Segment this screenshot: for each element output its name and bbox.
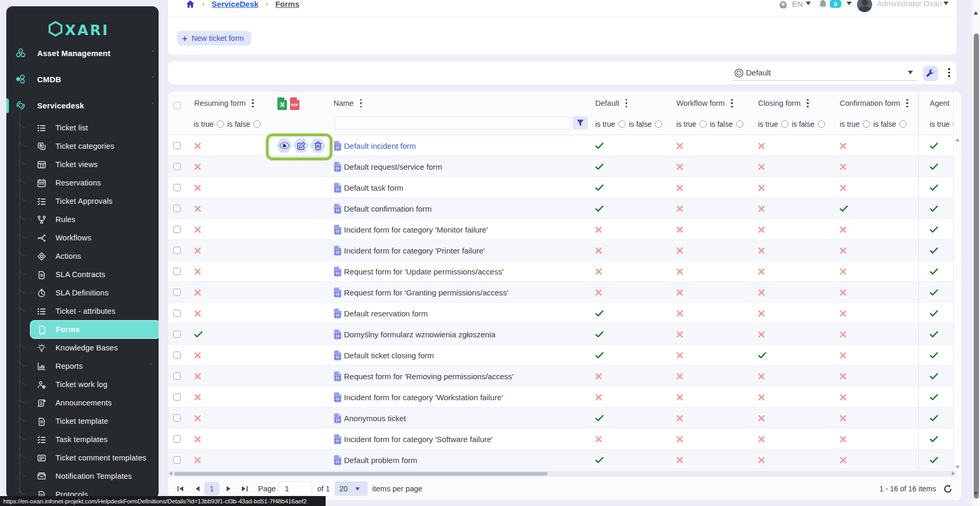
sidebar-item-ticket-comment-templates[interactable]: Ticket comment templates [30, 449, 159, 467]
grid-row[interactable]: Incident form for category 'Workstation … [168, 387, 953, 408]
sidebar-item-reports[interactable]: Reportsˇ [30, 357, 159, 375]
sidebar-item-knowledge-bases[interactable]: Knowledge Bases [30, 339, 159, 357]
filter-is-false-radio[interactable] [655, 120, 662, 128]
column-menu-icon[interactable] [252, 99, 253, 107]
horizontal-scroll-thumb[interactable] [174, 472, 548, 476]
row-checkbox[interactable] [173, 331, 181, 338]
row-checkbox[interactable] [173, 372, 181, 380]
browser-scroll-up-icon[interactable] [974, 2, 978, 12]
grid-row[interactable]: Default reservation form [168, 303, 953, 324]
column-menu-icon[interactable] [731, 99, 732, 107]
sidebar-item-sla-contracts[interactable]: SLA Contracts [30, 266, 159, 283]
view-selector[interactable]: Default [732, 65, 918, 81]
grid-row[interactable]: Default ticket closing form [168, 345, 953, 366]
grid-vertical-scrollbar[interactable] [953, 92, 961, 470]
form-name-link[interactable]: Default ticket closing form [344, 351, 434, 360]
grid-row[interactable]: Default incident form [168, 135, 953, 156]
row-delete-button[interactable] [310, 139, 326, 153]
pager-previous-button[interactable] [190, 481, 205, 497]
filter-is-false-radio[interactable] [899, 120, 907, 128]
grid-row[interactable]: Default task form [168, 177, 953, 198]
form-name-link[interactable]: Request form for 'Granting permissions/a… [344, 288, 508, 297]
form-name-link[interactable]: Default incident form [344, 141, 416, 150]
scroll-left-icon[interactable] [169, 471, 172, 476]
form-name-link[interactable]: Incident form for category 'Software fai… [344, 435, 493, 444]
sidebar-item-ticket-list[interactable]: Ticket list [30, 119, 159, 137]
toolbar-kebab-menu[interactable] [948, 68, 950, 77]
row-checkbox[interactable] [173, 289, 181, 296]
sidebar-item-rules[interactable]: Rules [30, 211, 159, 228]
form-name-link[interactable]: Anonymous ticket [344, 414, 406, 423]
sidebar-item-notification-templates[interactable]: Notification Templates [30, 467, 159, 485]
row-checkbox[interactable] [173, 435, 181, 443]
scroll-up-icon[interactable] [955, 138, 960, 141]
column-menu-icon[interactable] [626, 99, 627, 107]
column-header-name[interactable]: Name [333, 99, 362, 107]
row-view-button[interactable] [276, 139, 292, 153]
grid-row[interactable]: Incident form for category 'Software fai… [168, 428, 953, 449]
filter-is-true-radio[interactable] [217, 120, 224, 128]
row-checkbox[interactable] [173, 163, 181, 170]
row-checkbox[interactable] [173, 184, 181, 191]
pager-page-input[interactable] [278, 481, 312, 496]
sidebar-section-cmdb[interactable]: CMDBˇ [6, 70, 159, 88]
sidebar-item-ticket-template[interactable]: Ticket template [30, 412, 159, 430]
language-caret-icon[interactable] [806, 2, 811, 5]
form-name-link[interactable]: Incident form for category 'Workstation … [344, 393, 503, 402]
breadcrumb-link-servicedesk[interactable]: ServiceDesk [211, 0, 258, 8]
grid-row[interactable]: Domyślny formularz wznowienia zgłoszenia [168, 324, 953, 345]
column-header-agent[interactable]: Agent [930, 99, 950, 107]
pager-first-button[interactable] [173, 481, 188, 497]
form-name-link[interactable]: Default request/service form [344, 162, 442, 171]
sidebar-item-actions[interactable]: Actions [30, 247, 159, 265]
sidebar-item-ticket-views[interactable]: Ticket views [30, 156, 159, 173]
browser-scroll-down-icon[interactable] [974, 496, 978, 505]
grid-row[interactable]: Request form for 'Removing permissions/a… [168, 366, 953, 387]
form-name-link[interactable]: Request form for 'Removing permissions/a… [344, 372, 514, 381]
grid-row[interactable]: Anonymous ticket [168, 408, 953, 428]
grid-row[interactable]: Default confirmation form [168, 198, 953, 219]
sidebar-item-forms[interactable]: Forms [30, 320, 159, 339]
form-name-link[interactable]: Default reservation form [344, 309, 428, 318]
name-filter-input[interactable] [335, 116, 570, 129]
grid-row[interactable]: Request form for 'Update permissions/acc… [168, 261, 953, 282]
browser-scrollbar[interactable] [972, 0, 980, 506]
sidebar-item-ticket-attributes[interactable]: Ticket - attributes [30, 302, 159, 320]
column-header-resuming-form[interactable]: Resuming form [194, 99, 254, 107]
filter-is-true-radio[interactable] [618, 120, 626, 128]
row-checkbox[interactable] [173, 142, 181, 149]
browser-scroll-thumb[interactable] [974, 34, 979, 499]
breadcrumb-current-forms[interactable]: Forms [275, 0, 299, 8]
grid-row[interactable]: Request form for 'Granting permissions/a… [168, 282, 953, 303]
notifications-caret-icon[interactable] [847, 2, 852, 5]
pager-page-size-select[interactable]: 20 [335, 481, 368, 496]
export-pdf-icon[interactable]: PDF [290, 97, 299, 110]
filter-is-true-radio[interactable] [781, 120, 788, 128]
user-menu[interactable]: Administrator Oxari [877, 0, 942, 8]
sidebar-item-sla-definitions[interactable]: SLA Definitions [30, 284, 159, 302]
column-header-workflow-form[interactable]: Workflow form [676, 99, 733, 107]
settings-gear-icon[interactable] [779, 0, 787, 8]
column-header-default[interactable]: Default [595, 99, 627, 107]
form-name-link[interactable]: Default confirmation form [344, 204, 432, 213]
row-checkbox[interactable] [173, 247, 181, 254]
new-ticket-form-button[interactable]: + New ticket form [177, 31, 251, 46]
pager-page-1-button[interactable]: 1 [204, 482, 219, 496]
sidebar-item-reservations[interactable]: Reservations [30, 174, 159, 192]
form-name-link[interactable]: Incident form for category 'Printer fail… [344, 246, 485, 255]
row-checkbox[interactable] [173, 414, 181, 422]
filter-is-false-radio[interactable] [736, 120, 743, 128]
row-checkbox[interactable] [173, 205, 181, 212]
row-edit-button[interactable] [293, 139, 309, 153]
filter-is-false-radio[interactable] [253, 120, 261, 128]
home-icon[interactable] [186, 0, 195, 8]
row-checkbox[interactable] [173, 351, 181, 359]
filter-is-false-radio[interactable] [818, 120, 825, 128]
form-name-link[interactable]: Default problem form [344, 456, 417, 465]
user-menu-caret-icon[interactable] [943, 2, 949, 5]
sidebar-item-workflows[interactable]: Workflows [30, 229, 159, 247]
column-menu-icon[interactable] [807, 99, 808, 107]
row-checkbox[interactable] [173, 268, 181, 275]
grid-row[interactable]: Default request/service form [168, 156, 953, 177]
grid-row[interactable]: Incident form for category 'Monitor fail… [168, 219, 953, 240]
